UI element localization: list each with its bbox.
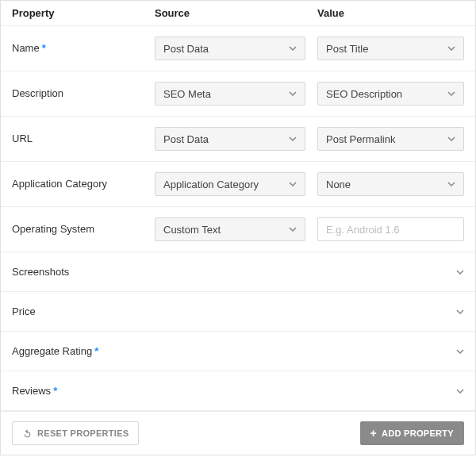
select-value: SEO Meta bbox=[163, 88, 211, 100]
reset-properties-button[interactable]: RESET PROPERTIES bbox=[12, 421, 139, 445]
source-select[interactable]: Application Category bbox=[155, 172, 305, 196]
header-property: Property bbox=[12, 7, 155, 19]
section-toggle-aggregate-rating[interactable]: Aggregate Rating * bbox=[1, 332, 475, 371]
value-cell bbox=[317, 217, 464, 241]
value-cell: None bbox=[317, 172, 464, 196]
property-label: Name * bbox=[12, 42, 155, 55]
select-value: Post Data bbox=[163, 133, 209, 145]
property-row: Name * Post Data Post Title bbox=[1, 26, 475, 71]
chevron-down-icon bbox=[456, 349, 464, 354]
label-text: Reviews bbox=[12, 385, 51, 397]
select-value: Post Title bbox=[326, 43, 368, 55]
chevron-down-icon bbox=[447, 136, 455, 141]
value-select[interactable]: SEO Description bbox=[317, 82, 464, 106]
source-select[interactable]: SEO Meta bbox=[155, 82, 305, 106]
label-text: Operating System bbox=[12, 223, 94, 236]
property-label: URL bbox=[12, 133, 155, 145]
required-asterisk: * bbox=[94, 345, 98, 357]
label-text: Name bbox=[12, 42, 40, 55]
button-label: RESET PROPERTIES bbox=[37, 428, 129, 438]
button-label: ADD PROPERTY bbox=[382, 428, 454, 438]
chevron-down-icon bbox=[289, 227, 297, 232]
required-asterisk: * bbox=[42, 42, 46, 55]
label-text: Description bbox=[12, 87, 63, 100]
source-cell: Post Data bbox=[155, 36, 317, 60]
section-toggle-screenshots[interactable]: Screenshots bbox=[1, 252, 475, 292]
value-cell: SEO Description bbox=[317, 82, 464, 106]
chevron-down-icon bbox=[456, 389, 464, 394]
chevron-down-icon bbox=[456, 309, 464, 314]
plus-icon: + bbox=[370, 427, 377, 440]
select-value: None bbox=[326, 179, 351, 190]
source-cell: Post Data bbox=[155, 127, 317, 151]
source-select[interactable]: Post Data bbox=[155, 36, 305, 60]
header-value: Value bbox=[317, 7, 464, 19]
section-toggle-price[interactable]: Price bbox=[1, 292, 475, 332]
section-label: Screenshots bbox=[12, 266, 69, 278]
header-source: Source bbox=[155, 7, 317, 19]
chevron-down-icon bbox=[289, 182, 297, 186]
label-text: Price bbox=[12, 305, 36, 317]
property-row: Description SEO Meta SEO Description bbox=[1, 71, 475, 117]
source-cell: SEO Meta bbox=[155, 82, 317, 106]
source-select[interactable]: Custom Text bbox=[155, 217, 305, 241]
label-text: Screenshots bbox=[12, 266, 69, 278]
chevron-down-icon bbox=[289, 91, 297, 96]
source-cell: Custom Text bbox=[155, 217, 317, 241]
chevron-down-icon bbox=[447, 182, 455, 186]
property-label: Operating System bbox=[12, 223, 155, 236]
add-property-button[interactable]: + ADD PROPERTY bbox=[360, 421, 464, 445]
reset-icon bbox=[22, 428, 33, 439]
chevron-down-icon bbox=[447, 46, 455, 51]
select-value: SEO Description bbox=[326, 88, 402, 100]
label-text: Application Category bbox=[12, 178, 107, 190]
select-value: Post Permalink bbox=[326, 133, 395, 145]
chevron-down-icon bbox=[289, 136, 297, 141]
value-cell: Post Title bbox=[317, 36, 464, 60]
property-row: URL Post Data Post Permalink bbox=[1, 117, 475, 162]
chevron-down-icon bbox=[447, 91, 455, 96]
property-label: Description bbox=[12, 87, 155, 100]
select-value: Post Data bbox=[163, 43, 209, 55]
value-text-input[interactable] bbox=[317, 217, 464, 241]
value-select[interactable]: Post Permalink bbox=[317, 127, 464, 151]
label-text: URL bbox=[12, 133, 33, 145]
source-cell: Application Category bbox=[155, 172, 317, 196]
required-asterisk: * bbox=[53, 385, 57, 397]
section-label: Price bbox=[12, 305, 36, 317]
table-header: Property Source Value bbox=[1, 1, 475, 26]
select-value: Application Category bbox=[163, 179, 259, 190]
value-select[interactable]: Post Title bbox=[317, 36, 464, 60]
chevron-down-icon bbox=[289, 46, 297, 51]
chevron-down-icon bbox=[456, 270, 464, 275]
source-select[interactable]: Post Data bbox=[155, 127, 305, 151]
properties-panel: Property Source Value Name * Post Data P… bbox=[0, 0, 476, 455]
value-select[interactable]: None bbox=[317, 172, 464, 196]
panel-footer: RESET PROPERTIES + ADD PROPERTY bbox=[1, 411, 475, 455]
section-toggle-reviews[interactable]: Reviews * bbox=[1, 371, 475, 411]
label-text: Aggregate Rating bbox=[12, 345, 92, 357]
select-value: Custom Text bbox=[163, 224, 221, 236]
property-label: Application Category bbox=[12, 178, 155, 190]
section-label: Reviews * bbox=[12, 385, 57, 397]
property-row: Operating System Custom Text bbox=[1, 207, 475, 252]
value-cell: Post Permalink bbox=[317, 127, 464, 151]
section-label: Aggregate Rating * bbox=[12, 345, 98, 357]
property-row: Application Category Application Categor… bbox=[1, 162, 475, 207]
